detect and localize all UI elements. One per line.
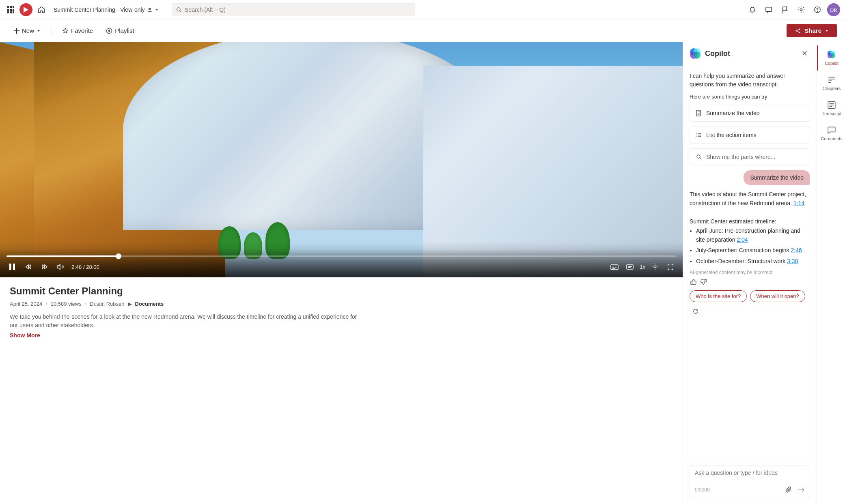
copilot-close-button[interactable]: ✕ (799, 48, 810, 59)
svg-point-10 (149, 8, 151, 10)
progress-fill (6, 255, 119, 257)
copilot-title: Copilot (705, 49, 795, 58)
share-label: Share (804, 27, 821, 34)
svg-point-28 (693, 51, 701, 59)
chapters-icon (827, 75, 836, 84)
flag-icon[interactable] (778, 3, 791, 16)
volume-button[interactable] (55, 261, 67, 272)
paperclip-icon (785, 487, 792, 493)
right-sidebar: Copilot Chapters Transcript Comments (817, 42, 845, 504)
playlist-button[interactable]: Playlist (100, 25, 140, 36)
fullscreen-button[interactable] (665, 261, 676, 272)
video-player[interactable]: 2:48 / 28:00 1x (0, 42, 683, 277)
breadcrumb-link[interactable]: Documents (135, 301, 164, 307)
copilot-input[interactable] (695, 470, 805, 483)
sidebar-item-transcript[interactable]: Transcript (817, 96, 845, 121)
meta-sep2: • (85, 301, 87, 307)
response-intro-text: This video is about the Summit Center pr… (690, 191, 806, 206)
nav-right-actions (746, 3, 840, 16)
user-message-container: Summarize the video (690, 170, 810, 185)
help-icon[interactable] (811, 3, 824, 16)
timeline-link-1[interactable]: 2:04 (737, 236, 748, 243)
search-box[interactable] (172, 3, 415, 16)
suggestion-summarize-label: Summarize the video (706, 110, 760, 116)
search-input[interactable] (185, 6, 411, 13)
progress-thumb[interactable] (116, 253, 121, 259)
sidebar-transcript-label: Transcript (822, 111, 842, 116)
svg-rect-12 (766, 7, 772, 11)
timeline-link-3[interactable]: 3:30 (787, 258, 798, 264)
svg-marker-9 (24, 7, 28, 13)
thumbs-up-icon (690, 278, 697, 285)
chevron-down-small-icon (37, 29, 41, 33)
video-area: 2:48 / 28:00 1x (0, 42, 683, 504)
document-title-area[interactable]: Summit Center Planning - View-only (50, 5, 162, 15)
sidebar-item-copilot[interactable]: Copilot (817, 45, 845, 71)
sidebar-item-comments[interactable]: Comments (817, 121, 845, 146)
stream-logo[interactable] (19, 3, 32, 16)
subtitle-button[interactable] (624, 261, 636, 272)
sidebar-item-chapters[interactable]: Chapters (817, 71, 845, 96)
svg-point-15 (817, 11, 818, 12)
suggestion-action-label: List the action items (706, 132, 757, 138)
feedback-row (690, 278, 810, 285)
grid-icon[interactable] (5, 4, 16, 15)
toolbar-separator (51, 26, 52, 36)
send-icon (798, 486, 805, 493)
thumbs-down-button[interactable] (700, 278, 707, 285)
sidebar-comments-label: Comments (821, 136, 842, 141)
thumbs-up-button[interactable] (690, 278, 697, 285)
share-button[interactable]: Share (787, 24, 837, 37)
timeline-list: April-June: Pre-construction planning an… (696, 226, 810, 266)
svg-point-13 (800, 9, 802, 11)
pause-button[interactable] (6, 261, 18, 272)
speed-button[interactable]: 1x (640, 264, 645, 270)
home-icon[interactable] (36, 4, 47, 15)
suggestion-search[interactable]: Show me the parts where... (690, 148, 810, 165)
copilot-header: Copilot ✕ (683, 42, 817, 65)
char-count: 0/2000 (695, 487, 710, 493)
settings-icon[interactable] (795, 3, 808, 16)
input-footer: 0/2000 (695, 485, 805, 495)
new-button[interactable]: New (8, 25, 46, 36)
chat-icon[interactable] (762, 3, 775, 16)
copilot-body: I can help you summarize and answer ques… (683, 65, 817, 460)
search-icon (176, 7, 181, 13)
progress-bar[interactable] (6, 255, 676, 257)
svg-point-17 (799, 28, 800, 30)
star-icon (62, 28, 69, 34)
rewind-button[interactable] (23, 261, 34, 272)
list-icon (696, 132, 702, 138)
meta-sep1: • (45, 301, 47, 307)
current-time: 2:48 (71, 264, 82, 270)
share-chevron-icon (825, 29, 829, 33)
show-more-button[interactable]: Show More (10, 332, 40, 339)
send-button[interactable] (798, 485, 805, 495)
quick-reply-1[interactable]: Who is the site for? (690, 290, 747, 302)
response-link-1[interactable]: 1:14 (793, 200, 804, 206)
timeline-link-2[interactable]: 2:46 (791, 247, 802, 253)
settings-video-button[interactable] (649, 261, 661, 272)
timeline-label: Summit Center estimated timeline: (690, 217, 810, 226)
svg-point-18 (796, 30, 797, 31)
svg-point-11 (177, 7, 180, 11)
search-small-icon (696, 154, 702, 160)
svg-rect-20 (9, 264, 11, 270)
person-icon (147, 7, 152, 12)
avatar[interactable] (827, 3, 840, 16)
favorite-button[interactable]: Favorite (56, 25, 99, 36)
forward-button[interactable] (39, 261, 50, 272)
attach-button[interactable] (785, 485, 795, 495)
copilot-logo (690, 48, 701, 59)
notification-icon[interactable] (746, 3, 759, 16)
sidebar-chapters-label: Chapters (823, 86, 841, 91)
svg-rect-3 (7, 9, 9, 11)
refresh-button[interactable] (690, 305, 702, 317)
chevron-down-icon (155, 8, 159, 12)
quick-reply-2[interactable]: When will it open? (750, 290, 805, 302)
ai-response: This video is about the Summit Center pr… (690, 190, 810, 285)
suggestion-action-items[interactable]: List the action items (690, 127, 810, 144)
svg-rect-22 (611, 265, 618, 270)
closed-caption-button[interactable] (609, 261, 620, 272)
suggestion-summarize[interactable]: Summarize the video (690, 105, 810, 122)
